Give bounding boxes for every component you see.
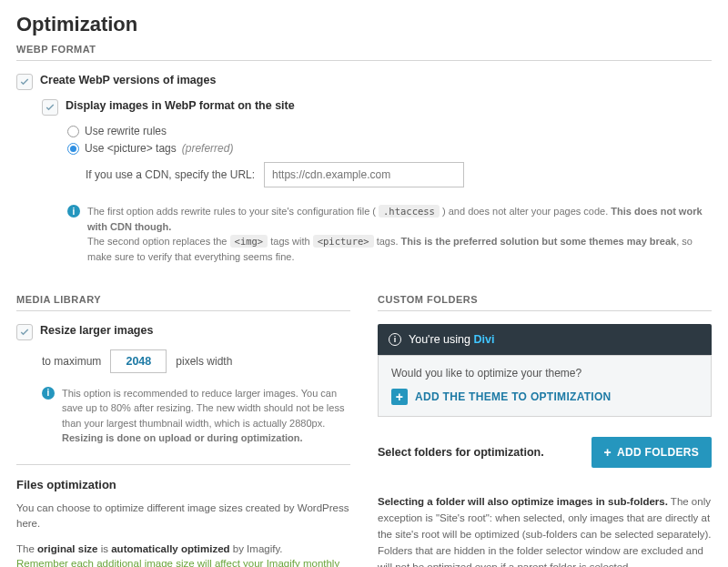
page-title: Optimization <box>16 13 712 36</box>
text-optimize-theme-q: Would you like to optimize your theme? <box>391 367 698 380</box>
input-cdn-url[interactable] <box>264 162 464 187</box>
add-folders-button[interactable]: + ADD FOLDERS <box>592 437 712 468</box>
theme-banner: i You're using Divi <box>378 324 712 355</box>
label-resize-images: Resize larger images <box>40 324 153 337</box>
label-cdn-url: If you use a CDN, specify the URL: <box>86 168 255 181</box>
text-usage-warning: Remember each additional image size will… <box>16 558 350 567</box>
info-icon: i <box>67 205 80 218</box>
plus-icon: + <box>604 445 612 460</box>
label-create-webp: Create WebP versions of images <box>40 74 216 86</box>
label-picture-preferred: (preferred) <box>182 142 234 155</box>
theme-name: Divi <box>473 333 494 346</box>
section-webp-format: WEBP FORMAT <box>16 44 712 61</box>
text-original-size: The original size is automatically optim… <box>16 542 350 558</box>
info-icon: i <box>389 333 401 346</box>
divider <box>16 464 350 465</box>
info-icon: i <box>42 387 55 400</box>
radio-rewrite-rules[interactable] <box>67 126 79 137</box>
label-display-webp: Display images in WebP format on the sit… <box>66 99 295 112</box>
checkbox-display-webp[interactable] <box>42 99 58 116</box>
section-custom-folders: CUSTOM FOLDERS <box>378 294 712 311</box>
label-select-folders: Select folders for optimization. <box>378 446 544 459</box>
info-text-resize: This option is recommended to reduce lar… <box>62 386 350 446</box>
label-rewrite-rules: Use rewrite rules <box>85 125 167 137</box>
radio-picture-tags[interactable] <box>67 143 79 155</box>
plus-icon: + <box>391 389 408 405</box>
add-theme-button[interactable]: + ADD THE THEME TO OPTIMIZATION <box>391 389 612 405</box>
heading-files-optimization: Files optimization <box>16 478 350 491</box>
checkbox-create-webp[interactable] <box>16 74 33 90</box>
label-picture-tags: Use <picture> tags <box>85 142 177 155</box>
label-to-maximum: to maximum <box>42 355 101 368</box>
checkbox-resize-images[interactable] <box>16 324 33 340</box>
label-pixels-width: pixels width <box>176 355 232 368</box>
info-text-webp: The first option adds rewrite rules to y… <box>87 204 712 265</box>
section-media-library: MEDIA LIBRARY <box>16 294 350 311</box>
text-folder-description: Selecting a folder will also optimize im… <box>378 479 712 568</box>
text-youre-using: You're using <box>409 333 470 346</box>
input-max-width[interactable] <box>110 349 167 373</box>
text-files-desc: You can choose to optimize different ima… <box>16 501 350 533</box>
